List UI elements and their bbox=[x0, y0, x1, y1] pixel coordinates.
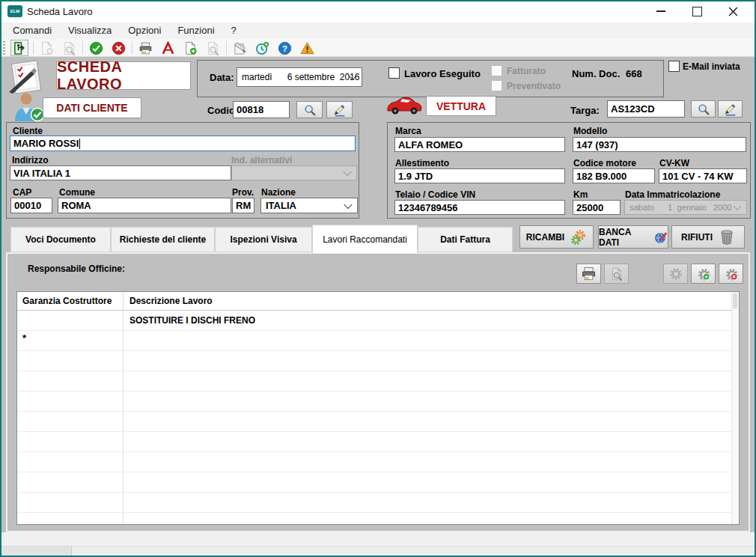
vehicle-edit-button[interactable] bbox=[718, 100, 743, 118]
toolbar-grip[interactable] bbox=[3, 41, 5, 55]
cell-garanzia[interactable] bbox=[17, 371, 124, 391]
menu-visualizza[interactable]: Visualizza bbox=[60, 22, 120, 39]
allestimento-input[interactable]: 1.9 JTD bbox=[394, 168, 565, 183]
cell-descrizione[interactable] bbox=[124, 513, 739, 525]
add-document-button[interactable] bbox=[181, 40, 199, 56]
status-panel bbox=[0, 547, 72, 557]
minimize-button[interactable] bbox=[644, 0, 678, 22]
cell-descrizione[interactable]: SOSTITUIRE I DISCHI FRENO bbox=[124, 311, 739, 330]
cliente-input[interactable]: MARIO ROSSI bbox=[10, 136, 356, 151]
data-combobox[interactable]: martedì 6 settembre 2016 bbox=[237, 67, 362, 87]
cell-descrizione[interactable] bbox=[124, 412, 739, 431]
help-button[interactable]: ? bbox=[275, 40, 293, 56]
ricambi-button[interactable]: RICAMBI bbox=[519, 225, 594, 249]
comune-input[interactable]: ROMA bbox=[58, 198, 231, 213]
ind-alternativi-combobox bbox=[231, 165, 357, 180]
menu-funzioni[interactable]: Funzioni bbox=[169, 22, 222, 39]
gear-add-button[interactable] bbox=[691, 264, 716, 284]
table-row[interactable]: SOSTITUIRE I DISCHI FRENO bbox=[17, 311, 739, 331]
codice-input[interactable]: 00818 bbox=[233, 101, 290, 118]
close-button[interactable] bbox=[714, 0, 752, 22]
responsabile-officine-label: Responsabile Officine: bbox=[28, 264, 125, 274]
client-search-button[interactable] bbox=[296, 101, 323, 118]
schedule-add-button[interactable] bbox=[253, 40, 271, 56]
menu-help[interactable]: ? bbox=[223, 22, 245, 39]
cell-descrizione[interactable] bbox=[124, 452, 739, 472]
table-row[interactable] bbox=[17, 513, 739, 525]
cell-descrizione[interactable] bbox=[124, 392, 739, 411]
menu-comandi[interactable]: Comandi bbox=[4, 22, 60, 39]
gear-delete-button[interactable] bbox=[719, 264, 743, 284]
table-row[interactable] bbox=[17, 392, 739, 412]
notes-button[interactable] bbox=[231, 40, 249, 56]
cell-descrizione[interactable] bbox=[124, 371, 739, 391]
table-row[interactable] bbox=[17, 351, 739, 371]
cell-descrizione[interactable] bbox=[124, 472, 739, 492]
cell-garanzia[interactable] bbox=[17, 432, 124, 451]
table-row[interactable] bbox=[17, 452, 739, 472]
email-inviata-checkbox[interactable] bbox=[668, 61, 680, 72]
km-input[interactable]: 25000 bbox=[573, 200, 621, 215]
cell-garanzia[interactable] bbox=[17, 452, 124, 472]
cell-garanzia[interactable]: * bbox=[17, 331, 124, 350]
cell-descrizione[interactable] bbox=[124, 432, 739, 451]
text-caret bbox=[79, 139, 80, 149]
tab-ispezioni-visiva[interactable]: Ispezioni Visiva bbox=[215, 227, 312, 252]
marca-input[interactable]: ALFA ROMEO bbox=[394, 137, 565, 152]
column-header-garanzia[interactable]: Garanzia Costruttore bbox=[17, 292, 124, 310]
table-row[interactable] bbox=[17, 371, 739, 392]
cell-garanzia[interactable] bbox=[17, 412, 124, 431]
vehicle-search-button[interactable] bbox=[691, 100, 716, 118]
lavoro-eseguito-checkbox[interactable] bbox=[388, 67, 400, 79]
cell-garanzia[interactable] bbox=[17, 311, 124, 330]
tab-voci-documento[interactable]: Voci Documento bbox=[10, 227, 111, 252]
cell-descrizione[interactable] bbox=[124, 493, 739, 512]
cell-descrizione[interactable] bbox=[124, 331, 739, 350]
exit-button[interactable] bbox=[10, 40, 28, 56]
codice-motore-input[interactable]: 182 B9.000 bbox=[573, 168, 655, 183]
scrollbar-thumb[interactable] bbox=[733, 293, 737, 308]
menu-opzioni[interactable]: Opzioni bbox=[120, 22, 169, 39]
warning-button[interactable] bbox=[298, 40, 316, 56]
tab-dati-fattura[interactable]: Dati Fattura bbox=[418, 227, 513, 252]
table-row[interactable]: * bbox=[17, 331, 739, 351]
print-grid-button[interactable] bbox=[576, 264, 601, 284]
cell-garanzia[interactable] bbox=[17, 472, 124, 492]
table-row[interactable] bbox=[17, 412, 739, 432]
indirizzo-label: Indirizzo bbox=[12, 155, 49, 165]
grid-scrollbar[interactable] bbox=[731, 292, 739, 524]
targa-input[interactable]: AS123CD bbox=[607, 100, 685, 118]
pdf-export-button[interactable] bbox=[159, 40, 177, 56]
maximize-button[interactable] bbox=[680, 0, 714, 22]
prov-input[interactable]: RM bbox=[232, 198, 254, 213]
tab-lavori-raccomandati[interactable]: Lavori Raccomandati bbox=[312, 225, 418, 253]
telaio-input[interactable]: 12346789456 bbox=[394, 200, 565, 215]
cap-input[interactable]: 00010 bbox=[10, 198, 52, 213]
column-header-descrizione[interactable]: Descrizione Lavoro bbox=[124, 292, 739, 310]
cell-garanzia[interactable] bbox=[17, 493, 124, 512]
cv-kw-input[interactable]: 101 CV - 74 KW bbox=[659, 168, 747, 183]
nazione-combobox[interactable]: ITALIA bbox=[260, 198, 358, 213]
print-icon bbox=[138, 41, 153, 55]
vettura-title: VETTURA bbox=[426, 96, 496, 116]
table-row[interactable] bbox=[17, 472, 739, 493]
confirm-button[interactable] bbox=[87, 40, 105, 56]
print-button[interactable] bbox=[136, 40, 154, 56]
comune-label: Comune bbox=[59, 187, 95, 198]
table-row[interactable] bbox=[17, 432, 739, 452]
indirizzo-input[interactable]: VIA ITALIA 1 bbox=[10, 165, 231, 180]
cell-descrizione[interactable] bbox=[124, 351, 739, 371]
cell-garanzia[interactable] bbox=[17, 513, 124, 525]
cancel-button[interactable] bbox=[109, 40, 127, 56]
toolbar-separator bbox=[132, 41, 132, 55]
banca-dati-button[interactable]: BANCA DATI bbox=[598, 225, 668, 249]
tab-richieste-cliente[interactable]: Richieste del cliente bbox=[111, 227, 215, 252]
client-edit-button[interactable] bbox=[326, 101, 353, 118]
fatturato-label: Fatturato bbox=[507, 66, 546, 76]
cell-garanzia[interactable] bbox=[17, 392, 124, 411]
modello-input[interactable]: 147 (937) bbox=[573, 137, 746, 152]
cell-garanzia[interactable] bbox=[17, 351, 124, 371]
rifiuti-button[interactable]: RIFIUTI bbox=[671, 225, 745, 249]
table-row[interactable] bbox=[17, 493, 739, 513]
immatricolazione-combobox: sabato 1 gennaio 2000 bbox=[624, 200, 747, 215]
